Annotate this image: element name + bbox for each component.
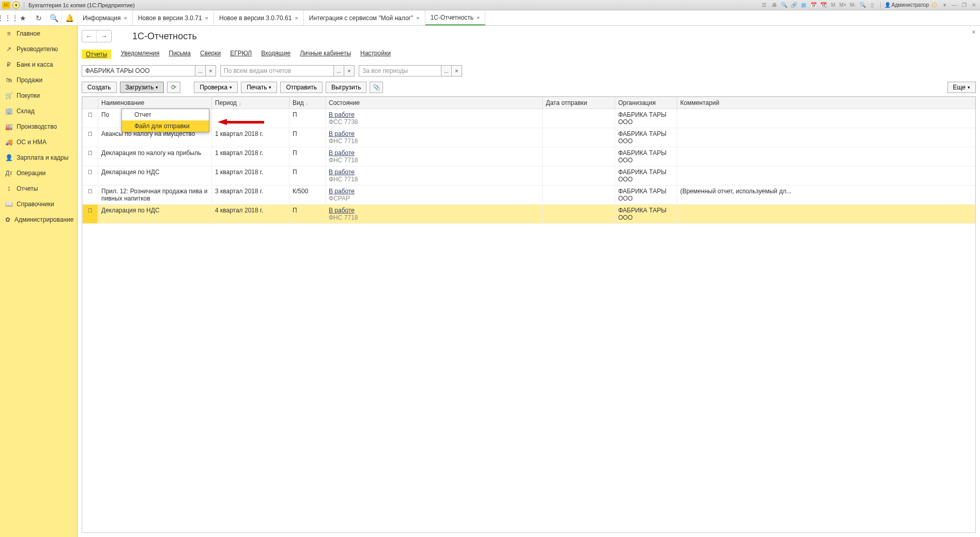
toolbar-icon-1[interactable]: ☰ bbox=[760, 2, 769, 9]
subtab-1[interactable]: Уведомления bbox=[120, 50, 159, 59]
app-dropdown-icon[interactable]: ▾ bbox=[12, 2, 20, 9]
subtab-7[interactable]: Настройки bbox=[360, 50, 391, 59]
content-close-icon[interactable]: × bbox=[972, 28, 976, 36]
col-state[interactable]: Состояние bbox=[326, 97, 543, 109]
sidebar-item-7[interactable]: 🚚ОС и НМА bbox=[0, 134, 77, 150]
load-button[interactable]: Загрузить bbox=[120, 82, 164, 93]
col-sent[interactable]: Дата отправки bbox=[543, 97, 615, 109]
filter-report-clear-icon[interactable]: × bbox=[344, 65, 355, 76]
cell-sent bbox=[543, 147, 615, 166]
attachment-button[interactable]: 📎 bbox=[370, 82, 383, 93]
close-icon[interactable]: × bbox=[477, 14, 480, 21]
state-link[interactable]: В работе bbox=[329, 207, 539, 214]
filter-report-dropdown-icon[interactable]: ... bbox=[334, 65, 344, 76]
table-row[interactable]: 🗋Декларация по НДС4 квартал 2018 г.ПВ ра… bbox=[83, 205, 975, 224]
tab-4[interactable]: 1С-Отчетность× bbox=[425, 10, 486, 25]
history-icon[interactable]: ↻ bbox=[31, 10, 47, 25]
favorite-icon[interactable]: ★ bbox=[16, 10, 31, 25]
sidebar-item-11[interactable]: 📖Справочники bbox=[0, 196, 77, 212]
col-period[interactable]: Период↓ bbox=[212, 97, 289, 109]
more-button[interactable]: Еще bbox=[947, 82, 976, 93]
sidebar-item-8[interactable]: 👤Зарплата и кадры bbox=[0, 150, 77, 165]
subtab-3[interactable]: Сверки bbox=[200, 50, 221, 59]
table-row[interactable]: 🗋Прил. 12: Розничная продажа пива и пивн… bbox=[83, 186, 975, 205]
tab-0[interactable]: Информация× bbox=[78, 10, 133, 25]
tab-1[interactable]: Новое в версии 3.0.71× bbox=[133, 10, 214, 25]
sidebar-item-6[interactable]: 🏭Производство bbox=[0, 119, 77, 134]
minimize-icon[interactable]: — bbox=[950, 2, 958, 9]
col-org[interactable]: Организация bbox=[615, 97, 677, 109]
calc-icon[interactable]: ▤ bbox=[800, 2, 808, 9]
print-icon[interactable]: 🖶 bbox=[770, 2, 778, 9]
subtab-5[interactable]: Входящие bbox=[261, 50, 290, 59]
m-plus-icon[interactable]: M+ bbox=[839, 2, 847, 9]
state-sub: ФНС 7718 bbox=[329, 176, 539, 183]
subtab-6[interactable]: Личные кабинеты bbox=[300, 50, 351, 59]
m-minus-icon[interactable]: M- bbox=[849, 2, 857, 9]
refresh-button[interactable]: ⟳ bbox=[167, 82, 180, 93]
close-icon[interactable]: × bbox=[416, 15, 419, 21]
state-link[interactable]: В работе bbox=[329, 149, 539, 157]
col-comment[interactable]: Комментарий bbox=[677, 97, 975, 109]
search-icon[interactable]: 🔍 bbox=[47, 10, 62, 25]
state-link[interactable]: В работе bbox=[329, 130, 539, 137]
sidebar-item-12[interactable]: ✿Администрирование bbox=[0, 212, 77, 227]
filter-period[interactable]: За все периоды bbox=[359, 65, 441, 76]
current-user[interactable]: 👤 Администратор bbox=[884, 2, 929, 8]
table-row[interactable]: 🗋Декларация по НДС1 квартал 2018 г.ПВ ра… bbox=[83, 166, 975, 186]
panel-icon[interactable]: ▯ bbox=[868, 2, 877, 9]
bell-icon[interactable]: 🔔 bbox=[62, 10, 78, 25]
restore-icon[interactable]: ❐ bbox=[960, 2, 968, 9]
subtab-0[interactable]: Отчеты bbox=[82, 50, 111, 59]
sidebar-item-1[interactable]: ↗Руководителю bbox=[0, 41, 77, 57]
close-window-icon[interactable]: ✕ bbox=[970, 2, 978, 9]
state-link[interactable]: В работе bbox=[329, 188, 539, 195]
close-icon[interactable]: × bbox=[205, 15, 208, 21]
filter-organization[interactable]: ФАБРИКА ТАРЫ ООО bbox=[82, 65, 195, 76]
state-link[interactable]: В работе bbox=[329, 168, 539, 176]
link-icon[interactable]: 🔗 bbox=[790, 2, 798, 9]
filter-period-dropdown-icon[interactable]: ... bbox=[441, 65, 452, 76]
subtab-2[interactable]: Письма bbox=[169, 50, 191, 59]
close-icon[interactable]: × bbox=[295, 15, 298, 21]
col-vid[interactable]: Вид↓ bbox=[289, 97, 326, 109]
subtab-4[interactable]: ЕГРЮЛ bbox=[230, 50, 252, 59]
send-button[interactable]: Отправить bbox=[280, 82, 323, 93]
tab-2[interactable]: Новое в версии 3.0.70.61× bbox=[214, 10, 304, 25]
table-row[interactable]: 🗋Авансы по налогу на имущество1 квартал … bbox=[83, 128, 975, 147]
print-button[interactable]: Печать bbox=[241, 82, 277, 93]
zoom-icon[interactable]: 🔍 bbox=[859, 2, 867, 9]
close-icon[interactable]: × bbox=[124, 15, 127, 21]
filter-org-clear-icon[interactable]: × bbox=[206, 65, 216, 76]
sidebar-item-2[interactable]: ₽Банк и касса bbox=[0, 57, 77, 72]
dropdown-item-report[interactable]: Отчет bbox=[122, 109, 209, 120]
info-icon[interactable]: ⓘ bbox=[930, 2, 939, 9]
tab-3[interactable]: Интеграция с сервисом "Мой налог"× bbox=[304, 10, 425, 25]
nav-forward-icon[interactable]: → bbox=[97, 30, 111, 42]
col-name[interactable]: Наименование bbox=[98, 97, 212, 109]
sidebar-item-3[interactable]: 🛍Продажи bbox=[0, 72, 77, 88]
sidebar-item-5[interactable]: 🏢Склад bbox=[0, 103, 77, 119]
apps-icon[interactable]: ⋮⋮⋮ bbox=[0, 10, 16, 25]
calendar-icon[interactable]: 📅 bbox=[809, 2, 818, 9]
sidebar-item-10[interactable]: ⟟Отчеты bbox=[0, 181, 77, 196]
table-row[interactable]: 🗋Декларация по налогу на прибыль1 кварта… bbox=[83, 147, 975, 166]
filter-period-clear-icon[interactable]: × bbox=[452, 65, 462, 76]
m-icon[interactable]: M bbox=[829, 2, 837, 9]
check-button[interactable]: Проверка bbox=[194, 82, 238, 93]
nav-back-icon[interactable]: ← bbox=[82, 30, 97, 42]
table-row[interactable]: 🗋ПоПВ работеФСС 7738ФАБРИКА ТАРЫ ООО bbox=[83, 109, 975, 128]
state-link[interactable]: В работе bbox=[329, 111, 539, 118]
search-tb-icon[interactable]: 🔍 bbox=[780, 2, 788, 9]
dropdown-tb-icon[interactable]: ▾ bbox=[940, 2, 948, 9]
date-icon[interactable]: 📆 bbox=[819, 2, 828, 9]
filter-report-type[interactable]: По всем видам отчетов bbox=[220, 65, 334, 76]
sidebar-item-0[interactable]: ≡Главное bbox=[0, 26, 77, 41]
sidebar-item-9[interactable]: ДтОперации bbox=[0, 165, 77, 181]
create-button[interactable]: Создать bbox=[82, 82, 117, 93]
dropdown-item-file-for-send[interactable]: Файл для отправки bbox=[122, 120, 209, 132]
filter-org-dropdown-icon[interactable]: ... bbox=[195, 65, 206, 76]
sidebar-item-4[interactable]: 🛒Покупки bbox=[0, 88, 77, 103]
export-button[interactable]: Выгрузить bbox=[326, 82, 367, 93]
cell-state: В работеФНС 7718 bbox=[326, 128, 543, 147]
